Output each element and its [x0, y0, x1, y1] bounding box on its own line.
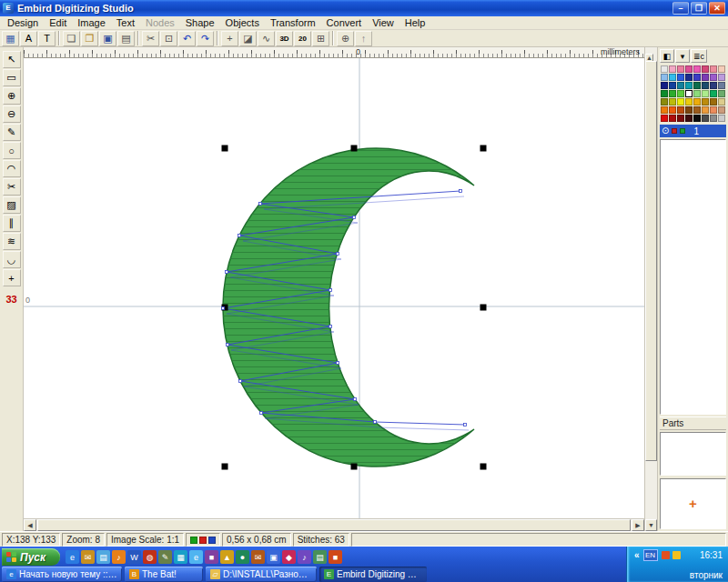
palette-columns-button[interactable]: ≣c [691, 49, 707, 63]
selection-handle[interactable] [222, 464, 228, 470]
stitch-node[interactable] [354, 398, 357, 401]
palette-color-44[interactable] [693, 106, 701, 114]
palette-color-41[interactable] [669, 106, 676, 114]
menu-item-image[interactable]: Image [72, 16, 111, 29]
toolbar-image-button[interactable]: ▦ [2, 31, 19, 46]
scroll-right-icon[interactable]: ▶ [632, 519, 644, 531]
quicklaunch-internet-explorer-icon[interactable]: e [66, 550, 79, 564]
palette-style-button[interactable]: ◧ [660, 49, 674, 63]
tool-curve-button[interactable]: ◡ [3, 251, 21, 268]
palette-color-30[interactable] [710, 90, 717, 97]
palette-color-54[interactable] [710, 115, 717, 122]
palette-color-45[interactable] [702, 106, 709, 114]
palette-color-21[interactable] [702, 82, 709, 89]
palette-color-3[interactable] [685, 65, 693, 73]
stitch-node[interactable] [329, 289, 332, 292]
selection-handle[interactable] [351, 464, 358, 470]
toolbar-nodes-button[interactable]: + [221, 31, 238, 46]
tool-arc-button[interactable]: ◠ [3, 160, 21, 177]
toolbar-lettering-button[interactable]: A [20, 31, 37, 46]
palette-color-9[interactable] [669, 74, 676, 81]
palette-color-25[interactable] [669, 90, 676, 97]
quicklaunch-app-teal-icon[interactable]: ▤ [313, 550, 327, 564]
vertical-scrollbar[interactable]: ▲ ▼ [644, 47, 657, 531]
tray-icon-0[interactable] [662, 551, 670, 559]
toolbar-text-button[interactable]: T [38, 31, 56, 46]
tool-marquee-button[interactable]: ▭ [3, 69, 21, 86]
quicklaunch-app-rose-icon[interactable]: ◆ [282, 550, 296, 564]
toolbar-grid-button[interactable]: ⊞ [312, 31, 329, 46]
tool-zoom-out-button[interactable]: ⊖ [3, 105, 21, 123]
palette-color-39[interactable] [718, 98, 725, 105]
palette-color-34[interactable] [677, 98, 684, 105]
palette-color-22[interactable] [710, 82, 717, 89]
selection-handle[interactable] [480, 146, 487, 152]
palette-color-10[interactable] [677, 74, 684, 81]
close-button[interactable]: ✕ [709, 2, 725, 15]
menu-item-convert[interactable]: Convert [321, 16, 368, 29]
palette-color-28[interactable] [693, 90, 701, 97]
stitch-node[interactable] [460, 190, 462, 193]
palette-color-26[interactable] [677, 90, 684, 97]
quicklaunch-word-icon[interactable]: W [127, 550, 141, 564]
taskbar-task-3[interactable]: EEmbird Digitizing Stud... [319, 567, 427, 582]
object-list-box[interactable] [660, 139, 726, 415]
tray-collapse-icon[interactable]: « [634, 550, 640, 560]
tool-knife-button[interactable]: ✂ [3, 178, 21, 196]
toolbar-shapes-button[interactable]: ◪ [239, 31, 257, 46]
stitch-node[interactable] [353, 216, 356, 219]
toolbar-copy-button[interactable]: ⊡ [160, 31, 177, 46]
palette-color-2[interactable] [677, 65, 684, 73]
palette-color-8[interactable] [661, 74, 668, 81]
language-indicator[interactable]: EN [643, 549, 658, 561]
palette-color-4[interactable] [693, 65, 701, 73]
palette-color-15[interactable] [718, 74, 725, 81]
palette-color-14[interactable] [710, 74, 717, 81]
palette-color-6[interactable] [710, 65, 717, 73]
quicklaunch-app-green-icon[interactable]: ● [236, 550, 249, 564]
palette-color-29[interactable] [702, 90, 709, 97]
quicklaunch-mail-2-icon[interactable]: ✉ [251, 550, 265, 564]
toolbar-zoom-plus-button[interactable]: ⊕ [337, 31, 354, 46]
quicklaunch-app-gold-icon[interactable]: ▲ [220, 550, 234, 564]
toolbar-print-button[interactable]: ▤ [117, 31, 135, 46]
palette-color-12[interactable] [693, 74, 701, 81]
taskbar-task-0[interactable]: eНачать новую тему :: В... [2, 567, 122, 582]
quicklaunch-app-purple-icon[interactable]: ■ [205, 550, 218, 564]
tool-ellipse-button[interactable]: ○ [3, 142, 21, 159]
palette-color-13[interactable] [702, 74, 709, 81]
quicklaunch-mail-icon[interactable]: ✉ [81, 550, 95, 564]
palette-color-52[interactable] [693, 115, 701, 122]
menu-item-shape[interactable]: Shape [180, 16, 220, 29]
quicklaunch-media-player-icon[interactable]: ♪ [112, 550, 126, 564]
toolbar-save-button[interactable]: ▣ [99, 31, 116, 46]
palette-color-16[interactable] [661, 82, 668, 89]
palette-color-23[interactable] [718, 82, 725, 89]
menu-item-text[interactable]: Text [111, 16, 140, 29]
selection-handle[interactable] [222, 146, 228, 152]
palette-color-36[interactable] [693, 98, 701, 105]
parts-list-box[interactable] [660, 432, 726, 476]
clock-time[interactable]: 16:31 [700, 550, 723, 560]
design-canvas[interactable]: 0 [24, 58, 644, 518]
palette-color-37[interactable] [702, 98, 709, 105]
stitch-node[interactable] [226, 271, 228, 274]
menu-item-edit[interactable]: Edit [44, 16, 72, 29]
canvas-drawing[interactable] [24, 58, 644, 518]
stitch-node[interactable] [259, 203, 262, 206]
palette-color-49[interactable] [669, 115, 676, 122]
quicklaunch-app-orange-icon[interactable]: ■ [329, 550, 342, 564]
palette-color-38[interactable] [710, 98, 717, 105]
palette-color-19[interactable] [685, 82, 693, 89]
stitch-node[interactable] [374, 421, 377, 424]
palette-color-11[interactable] [685, 74, 693, 81]
stitch-node[interactable] [337, 253, 339, 256]
object-list-row[interactable]: ⊙ 1 [660, 125, 726, 137]
palette-color-40[interactable] [661, 106, 668, 114]
selection-handle[interactable] [480, 305, 487, 311]
palette-color-24[interactable] [661, 90, 668, 97]
palette-color-20[interactable] [693, 82, 701, 89]
palette-color-17[interactable] [669, 82, 676, 89]
stitch-node[interactable] [337, 362, 339, 365]
palette-color-32[interactable] [661, 98, 668, 105]
